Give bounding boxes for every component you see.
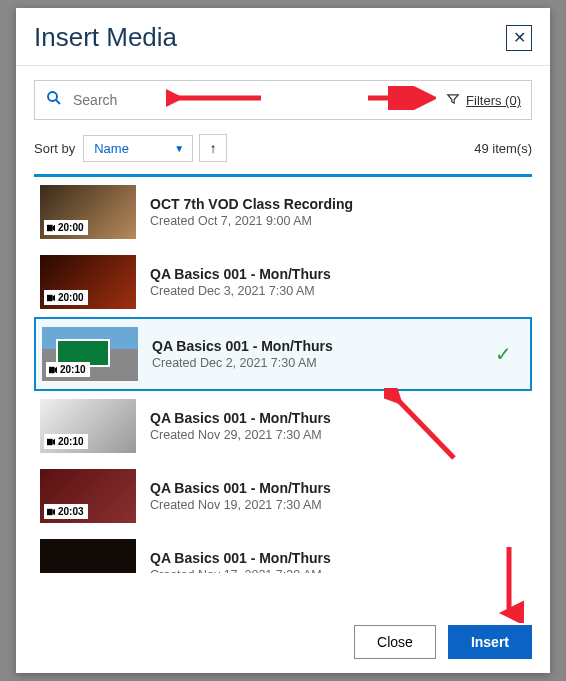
close-x-button[interactable]: ✕ bbox=[506, 25, 532, 51]
svg-rect-8 bbox=[49, 366, 55, 372]
media-title: QA Basics 001 - Mon/Thurs bbox=[150, 480, 526, 496]
svg-rect-6 bbox=[47, 294, 53, 300]
media-thumbnail: 20:03 bbox=[40, 469, 136, 523]
svg-marker-5 bbox=[53, 224, 55, 230]
sort-by-label: Sort by bbox=[34, 141, 75, 156]
modal-header: Insert Media ✕ bbox=[16, 8, 550, 66]
filters-label: Filters (0) bbox=[466, 93, 521, 108]
svg-line-1 bbox=[56, 100, 60, 104]
media-created: Created Dec 2, 2021 7:30 AM bbox=[152, 356, 495, 370]
media-thumbnail: 20:10 bbox=[40, 399, 136, 453]
close-icon: ✕ bbox=[513, 28, 526, 47]
media-info: QA Basics 001 - Mon/ThursCreated Nov 29,… bbox=[150, 410, 526, 442]
sort-direction-button[interactable]: ↑ bbox=[199, 134, 227, 162]
item-count: 49 item(s) bbox=[474, 141, 532, 156]
media-thumbnail: 20:00 bbox=[40, 185, 136, 239]
duration-badge: 20:00 bbox=[44, 220, 88, 235]
duration-value: 20:00 bbox=[58, 222, 84, 233]
media-item[interactable]: 20:10QA Basics 001 - Mon/ThursCreated De… bbox=[34, 317, 532, 391]
media-item[interactable]: 20:03QA Basics 001 - Mon/ThursCreated No… bbox=[34, 461, 532, 531]
arrow-up-icon: ↑ bbox=[210, 141, 217, 156]
media-thumbnail: 20:05 bbox=[40, 539, 136, 573]
media-created: Created Nov 19, 2021 7:30 AM bbox=[150, 498, 526, 512]
media-thumbnail: 20:10 bbox=[42, 327, 138, 381]
media-created: Created Dec 3, 2021 7:30 AM bbox=[150, 284, 526, 298]
duration-value: 20:10 bbox=[58, 436, 84, 447]
search-input[interactable] bbox=[73, 92, 446, 108]
svg-marker-13 bbox=[53, 508, 55, 514]
media-info: OCT 7th VOD Class RecordingCreated Oct 7… bbox=[150, 196, 526, 228]
svg-rect-10 bbox=[47, 438, 53, 444]
media-info: QA Basics 001 - Mon/ThursCreated Dec 2, … bbox=[152, 338, 495, 370]
search-icon bbox=[45, 89, 63, 111]
search-box: Filters (0) bbox=[34, 80, 532, 120]
sort-field-select[interactable]: Name ▼ bbox=[83, 135, 193, 162]
duration-value: 20:00 bbox=[58, 292, 84, 303]
sort-field-value: Name bbox=[94, 141, 129, 156]
svg-rect-4 bbox=[47, 224, 53, 230]
media-thumbnail: 20:00 bbox=[40, 255, 136, 309]
media-info: QA Basics 001 - Mon/ThursCreated Nov 17,… bbox=[150, 550, 526, 573]
svg-marker-7 bbox=[53, 294, 55, 300]
close-button[interactable]: Close bbox=[354, 625, 436, 659]
chevron-down-icon: ▼ bbox=[174, 143, 184, 154]
duration-badge: 20:03 bbox=[44, 504, 88, 519]
media-info: QA Basics 001 - Mon/ThursCreated Nov 19,… bbox=[150, 480, 526, 512]
media-item[interactable]: 20:10QA Basics 001 - Mon/ThursCreated No… bbox=[34, 391, 532, 461]
filter-icon bbox=[446, 92, 460, 109]
svg-marker-11 bbox=[53, 438, 55, 444]
duration-badge: 20:10 bbox=[46, 362, 90, 377]
duration-value: 20:03 bbox=[58, 506, 84, 517]
svg-rect-12 bbox=[47, 508, 53, 514]
media-created: Created Nov 17, 2021 7:30 AM bbox=[150, 568, 526, 573]
media-created: Created Nov 29, 2021 7:30 AM bbox=[150, 428, 526, 442]
sort-row: Sort by Name ▼ ↑ 49 item(s) bbox=[16, 130, 550, 174]
media-info: QA Basics 001 - Mon/ThursCreated Dec 3, … bbox=[150, 266, 526, 298]
duration-badge: 20:00 bbox=[44, 290, 88, 305]
insert-button[interactable]: Insert bbox=[448, 625, 532, 659]
modal-footer: Close Insert bbox=[16, 611, 550, 673]
duration-value: 20:10 bbox=[60, 364, 86, 375]
media-item[interactable]: 20:00QA Basics 001 - Mon/ThursCreated De… bbox=[34, 247, 532, 317]
media-title: QA Basics 001 - Mon/Thurs bbox=[150, 550, 526, 566]
media-title: QA Basics 001 - Mon/Thurs bbox=[152, 338, 495, 354]
media-item[interactable]: 20:00OCT 7th VOD Class RecordingCreated … bbox=[34, 177, 532, 247]
media-list[interactable]: 20:00OCT 7th VOD Class RecordingCreated … bbox=[34, 177, 532, 573]
search-row: Filters (0) bbox=[16, 66, 550, 130]
filters-control[interactable]: Filters (0) bbox=[446, 92, 521, 109]
media-title: QA Basics 001 - Mon/Thurs bbox=[150, 410, 526, 426]
insert-media-modal: Insert Media ✕ Filters (0) Sor bbox=[16, 8, 550, 673]
svg-point-0 bbox=[48, 92, 57, 101]
check-icon: ✓ bbox=[495, 342, 512, 366]
media-item[interactable]: 20:05QA Basics 001 - Mon/ThursCreated No… bbox=[34, 531, 532, 573]
media-title: OCT 7th VOD Class Recording bbox=[150, 196, 526, 212]
duration-badge: 20:10 bbox=[44, 434, 88, 449]
media-title: QA Basics 001 - Mon/Thurs bbox=[150, 266, 526, 282]
media-created: Created Oct 7, 2021 9:00 AM bbox=[150, 214, 526, 228]
svg-marker-9 bbox=[55, 366, 57, 372]
modal-title: Insert Media bbox=[34, 22, 177, 53]
media-list-wrap: 20:00OCT 7th VOD Class RecordingCreated … bbox=[16, 174, 550, 611]
